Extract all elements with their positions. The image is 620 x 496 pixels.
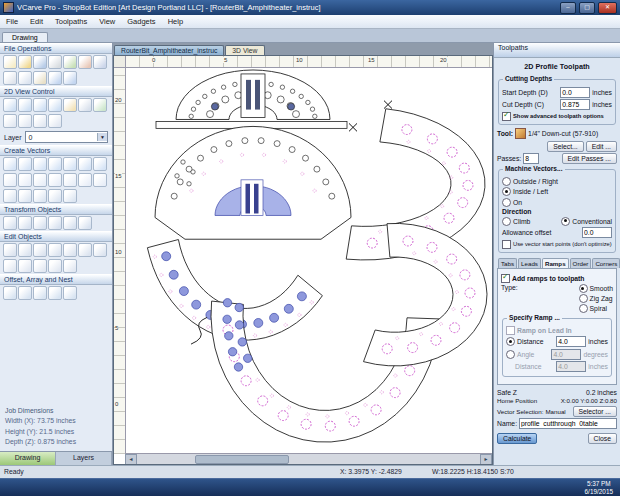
scale-selection-icon[interactable]	[33, 216, 47, 230]
advanced-options-checkbox[interactable]	[502, 112, 511, 121]
menu-view[interactable]: View	[93, 17, 121, 26]
edit-passes-button[interactable]: Edit Passes ...	[562, 153, 617, 164]
maximize-button[interactable]: ▢	[579, 2, 595, 14]
linear-array-icon[interactable]	[33, 286, 47, 300]
extend-vectors-icon[interactable]	[48, 243, 62, 257]
import-vectors-icon[interactable]	[63, 55, 77, 69]
cut-icon[interactable]	[3, 71, 17, 85]
calculate-button[interactable]: Calculate	[497, 433, 537, 444]
menu-toolpaths[interactable]: Toolpaths	[49, 17, 93, 26]
drawing-canvas[interactable]: 05101520 20151050 ◄ ►	[113, 55, 493, 465]
subtract-vectors-icon[interactable]	[18, 259, 32, 273]
tab-drawing-bottom[interactable]: Drawing	[0, 452, 56, 465]
pan-view-icon[interactable]	[63, 98, 77, 112]
undo-icon[interactable]	[48, 71, 62, 85]
close-toolpath-button[interactable]: Close	[588, 433, 617, 444]
job-setup-icon[interactable]	[93, 55, 107, 69]
radio-on-line[interactable]	[502, 198, 511, 207]
radio-spiral[interactable]	[579, 304, 588, 313]
inward-offset-icon[interactable]	[18, 286, 32, 300]
zoom-extents-icon[interactable]	[48, 98, 62, 112]
nest-parts-icon[interactable]	[63, 286, 77, 300]
move-selection-icon[interactable]	[3, 216, 17, 230]
scrollbar-thumb[interactable]	[195, 455, 289, 464]
print-icon[interactable]	[48, 55, 62, 69]
draw-gear-icon[interactable]	[63, 189, 77, 203]
close-vector-icon[interactable]	[93, 243, 107, 257]
radio-climb[interactable]	[502, 217, 511, 226]
trace-bitmap-icon[interactable]	[63, 173, 77, 187]
zoom-in-icon[interactable]	[3, 98, 17, 112]
join-vectors-icon[interactable]	[78, 243, 92, 257]
tab-tabs[interactable]: Tabs	[498, 258, 517, 268]
trim-overlap-icon[interactable]	[33, 259, 47, 273]
ruler-toggle-icon[interactable]	[33, 114, 47, 128]
nest-objects-icon[interactable]	[63, 259, 77, 273]
extend-line-icon[interactable]	[18, 189, 32, 203]
radio-ramp-angle[interactable]	[506, 350, 515, 359]
toolpath-name-input[interactable]	[519, 418, 617, 429]
allowance-input[interactable]	[582, 227, 612, 238]
scroll-left-icon[interactable]: ◄	[125, 454, 137, 465]
scroll-right-icon[interactable]: ►	[480, 454, 492, 465]
draw-rectangle-icon[interactable]	[33, 157, 47, 171]
node-editing-icon[interactable]	[3, 243, 17, 257]
snap-grid-toggle-icon[interactable]	[3, 114, 17, 128]
draw-arc-icon[interactable]	[48, 173, 62, 187]
layer-select[interactable]: 0 ▼	[25, 131, 108, 143]
tab-corners[interactable]: Corners	[592, 258, 620, 268]
ramp-lead-in-checkbox[interactable]	[506, 326, 515, 335]
fillet-corners-icon[interactable]	[63, 243, 77, 257]
draw-polygon-icon[interactable]	[48, 157, 62, 171]
refresh-view-icon[interactable]	[93, 98, 107, 112]
passes-input[interactable]	[523, 153, 539, 164]
dimensioning-icon[interactable]	[33, 173, 47, 187]
add-ramps-checkbox[interactable]	[501, 274, 510, 283]
tab-layers[interactable]: Layers	[56, 452, 112, 465]
tool-edit-button[interactable]: Edit ...	[586, 141, 617, 152]
system-clock[interactable]: 5:37 PM 6/19/2015	[585, 480, 620, 496]
radio-zigzag[interactable]	[579, 294, 588, 303]
previous-view-icon[interactable]	[78, 98, 92, 112]
radio-smooth[interactable]	[579, 284, 588, 293]
open-file-icon[interactable]	[18, 55, 32, 69]
tab-leads[interactable]: Leads	[518, 258, 541, 268]
tab-document[interactable]: RouterBit_Amphitheater_instruc	[114, 45, 224, 55]
draw-star-icon[interactable]	[63, 157, 77, 171]
close-button[interactable]: ✕	[598, 2, 617, 14]
distribute-objects-icon[interactable]	[78, 216, 92, 230]
paste-icon[interactable]	[33, 71, 47, 85]
cad-drawing[interactable]	[125, 67, 492, 454]
offset-vectors-icon[interactable]	[3, 286, 17, 300]
switch-3d-view-icon[interactable]	[48, 114, 62, 128]
guides-toggle-icon[interactable]	[18, 114, 32, 128]
ramp-angle-input[interactable]	[551, 349, 581, 360]
weld-vectors-icon[interactable]	[3, 259, 17, 273]
menu-file[interactable]: File	[0, 17, 24, 26]
export-vectors-icon[interactable]	[78, 55, 92, 69]
array-copy-icon[interactable]	[48, 259, 62, 273]
menu-gadgets[interactable]: Gadgets	[121, 17, 161, 26]
zoom-window-icon[interactable]	[33, 98, 47, 112]
menu-edit[interactable]: Edit	[24, 17, 49, 26]
snap-settings-icon[interactable]	[48, 189, 62, 203]
tab-order[interactable]: Order	[570, 258, 592, 268]
menu-help[interactable]: Help	[162, 17, 189, 26]
minimize-button[interactable]: –	[560, 2, 576, 14]
radio-outside-right[interactable]	[502, 177, 511, 186]
start-depth-input[interactable]	[560, 87, 590, 98]
convert-to-curves-icon[interactable]	[3, 189, 17, 203]
cut-depth-input[interactable]	[560, 99, 590, 110]
ramp-distance2-input[interactable]	[556, 361, 586, 372]
redo-icon[interactable]	[63, 71, 77, 85]
text-on-curve-icon[interactable]	[18, 173, 32, 187]
fit-curve-icon[interactable]	[93, 173, 107, 187]
insert-symbol-icon[interactable]	[78, 173, 92, 187]
selector-button[interactable]: Selector ...	[573, 406, 618, 417]
measure-tool-icon[interactable]	[33, 189, 47, 203]
copy-icon[interactable]	[18, 71, 32, 85]
zoom-out-icon[interactable]	[18, 98, 32, 112]
tool-select-button[interactable]: Select...	[547, 141, 584, 152]
new-file-icon[interactable]	[3, 55, 17, 69]
measure-icon[interactable]	[18, 243, 32, 257]
